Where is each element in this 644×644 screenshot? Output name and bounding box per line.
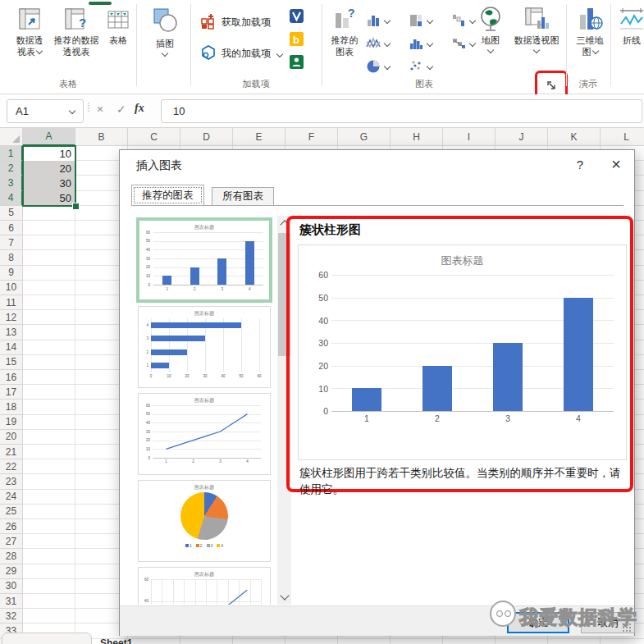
tab-recommended-charts[interactable]: 推荐的图表 (131, 185, 204, 206)
insert-column-chart-button[interactable] (366, 13, 390, 28)
cell-A1[interactable]: 10 (23, 146, 75, 161)
chart-thumbnail-scatter[interactable]: 图表标题02040601234 (138, 567, 271, 605)
insert-pie-chart-button[interactable] (366, 59, 390, 74)
scroll-down-arrow[interactable] (277, 589, 291, 605)
cancel-entry-icon[interactable]: × (97, 103, 103, 116)
row-header-23[interactable]: 23 (0, 474, 23, 489)
cell-A3[interactable]: 30 (23, 176, 75, 190)
row-header-3[interactable]: 3 (0, 176, 23, 190)
row-header-10[interactable]: 10 (0, 281, 23, 295)
row-header-19[interactable]: 19 (0, 415, 23, 430)
map-button[interactable]: 地图 (474, 4, 507, 75)
row-header-24[interactable]: 24 (0, 490, 23, 505)
column-header-C[interactable]: C (128, 128, 180, 146)
chevron-down-icon (427, 63, 433, 70)
my-addins-button[interactable]: 我的加载项 (200, 44, 282, 63)
illustrations-button[interactable]: 插图 (144, 4, 185, 75)
row-header-31[interactable]: 31 (0, 594, 23, 609)
sheet-tab-bar-fragment[interactable] (2, 633, 92, 644)
sparkline-line-button[interactable]: 折线 (615, 4, 644, 75)
tab-all-charts[interactable]: 所有图表 (212, 187, 274, 206)
name-box[interactable]: A1 (7, 99, 84, 123)
row-header-25[interactable]: 25 (0, 505, 23, 519)
row-header-5[interactable]: 5 (0, 206, 23, 221)
row-header-22[interactable]: 22 (0, 459, 23, 474)
pivotchart-button[interactable]: 数据透视图 (509, 4, 564, 75)
x-axis-label: 2 (402, 413, 473, 423)
row-header-20[interactable]: 20 (0, 430, 23, 445)
dialog-help-button[interactable]: ? (568, 153, 592, 175)
sheet-tab-label[interactable]: Sheet1 (100, 637, 132, 644)
insert-function-icon[interactable]: fx (135, 102, 144, 115)
row-header-7[interactable]: 7 (0, 235, 23, 250)
row-header-30[interactable]: 30 (0, 579, 23, 594)
fill-handle[interactable] (72, 203, 80, 210)
row-header-2[interactable]: 2 (0, 161, 23, 176)
bing-maps-icon[interactable]: b (289, 31, 304, 47)
enter-entry-icon[interactable]: ✓ (116, 103, 126, 116)
insert-line-chart-button[interactable] (366, 36, 390, 51)
row-header-4[interactable]: 4 (0, 191, 23, 206)
bar-category-4 (151, 322, 241, 328)
row-header-29[interactable]: 29 (0, 564, 23, 579)
row-header-14[interactable]: 14 (0, 340, 23, 355)
get-addins-button[interactable]: 获取加载项 (200, 13, 271, 32)
table-label: 表格 (109, 35, 127, 45)
cell-A2[interactable]: 20 (23, 161, 75, 176)
insert-funnel-chart-button[interactable] (451, 36, 475, 51)
visio-data-visualizer-icon[interactable] (289, 8, 304, 24)
chart-thumbnail-pie[interactable]: 图表标题1234 (138, 480, 271, 562)
table-button[interactable]: 表格 (102, 4, 135, 75)
insert-waterfall-chart-button[interactable] (451, 13, 475, 28)
chart-thumbnail-line[interactable]: 图表标题01020304050601234 (138, 393, 271, 475)
row-header-15[interactable]: 15 (0, 355, 23, 370)
row-header-17[interactable]: 17 (0, 385, 23, 400)
column-header-J[interactable]: J (496, 128, 548, 146)
row-header-12[interactable]: 12 (0, 310, 23, 325)
row-header-32[interactable]: 32 (0, 609, 23, 623)
column-header-K[interactable]: K (548, 128, 601, 146)
plot-area: 01020304050601234 (153, 405, 261, 458)
select-all-corner[interactable] (0, 128, 23, 146)
row-header-11[interactable]: 11 (0, 295, 23, 310)
pivottable-button[interactable]: 数据透视表 (8, 4, 51, 75)
x-axis-label: 3 (207, 459, 234, 464)
row-header-27[interactable]: 27 (0, 534, 23, 549)
histogram-chart-icon (409, 36, 423, 51)
line-series (153, 405, 261, 458)
insert-statistic-chart-button[interactable] (409, 36, 432, 51)
chart-thumbnail-clustered-column[interactable]: 图表标题01020304050601234 (136, 217, 272, 303)
insert-hierarchy-chart-button[interactable] (409, 13, 432, 28)
charts-dialog-launcher[interactable] (546, 80, 557, 91)
name-box-splitter[interactable]: ⁞ (87, 101, 90, 114)
column-header-H[interactable]: H (391, 128, 443, 146)
people-graph-icon[interactable] (289, 54, 304, 70)
three-d-map-button[interactable]: 三维地图 (571, 4, 609, 75)
row-header-9[interactable]: 9 (0, 266, 23, 281)
formula-input[interactable]: 10 (161, 99, 642, 123)
column-header-L[interactable]: L (601, 128, 644, 146)
column-header-I[interactable]: I (443, 128, 496, 146)
recommended-charts-button[interactable]: ? 推荐的图表 (327, 4, 363, 75)
cell-A4[interactable]: 50 (23, 191, 75, 206)
row-header-6[interactable]: 6 (0, 221, 23, 235)
dialog-close-button[interactable]: × (604, 153, 628, 175)
chart-thumbnail-bar[interactable]: 图表标题01020304050604321 (138, 306, 271, 388)
column-header-B[interactable]: B (75, 128, 128, 146)
row-header-16[interactable]: 16 (0, 370, 23, 385)
row-header-26[interactable]: 26 (0, 519, 23, 534)
column-header-E[interactable]: E (233, 128, 285, 146)
column-header-A[interactable]: A (23, 128, 75, 146)
row-header-21[interactable]: 21 (0, 445, 23, 459)
row-header-28[interactable]: 28 (0, 549, 23, 564)
row-header-8[interactable]: 8 (0, 250, 23, 265)
row-header-18[interactable]: 18 (0, 400, 23, 414)
column-header-D[interactable]: D (180, 128, 233, 146)
row-header-13[interactable]: 13 (0, 325, 23, 340)
x-axis-tick: 20 (180, 374, 194, 378)
column-header-G[interactable]: G (338, 128, 391, 146)
insert-scatter-chart-button[interactable] (409, 59, 432, 74)
row-header-1[interactable]: 1 (0, 146, 23, 161)
recommended-pivottable-button[interactable]: ? 推荐的数据透视表 (53, 4, 100, 75)
column-header-F[interactable]: F (285, 128, 338, 146)
